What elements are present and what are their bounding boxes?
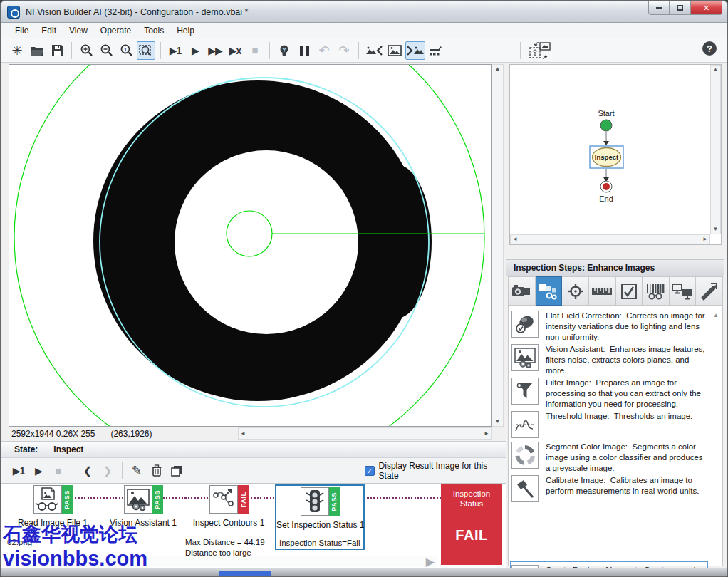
next-image-icon[interactable]	[405, 41, 425, 60]
run-once-icon[interactable]: ▶1	[166, 41, 184, 60]
list-item-calibrate-image[interactable]: Calibrate Image: Calibrates an image to …	[511, 475, 707, 502]
scroll-right-icon[interactable]: ►	[482, 430, 491, 438]
tab-acquire-images[interactable]	[508, 276, 536, 306]
delete-step-icon[interactable]	[147, 462, 166, 480]
previous-step-icon[interactable]: ❮	[78, 462, 97, 480]
item-title: Filter Image:	[546, 378, 591, 387]
image-info: 2592x1944 0.26X 255	[11, 429, 95, 439]
open-inspection-icon[interactable]	[28, 41, 46, 60]
tab-communicate[interactable]	[670, 276, 697, 306]
run-until-fail-icon[interactable]: ▶x	[226, 41, 244, 60]
tab-use-additional-tools[interactable]	[696, 276, 723, 306]
watermark-line2: visionbbs.com	[3, 547, 147, 571]
run-icon[interactable]: ▶	[186, 41, 204, 60]
tab-locate-features[interactable]	[562, 276, 589, 306]
title-bar: NI Vision Builder AI (32-bit) - Configur…	[1, 1, 727, 23]
start-node-label: Start	[598, 109, 614, 118]
image-horizontal-scrollbar[interactable]: ◄ ►	[238, 427, 492, 440]
scroll-right-icon[interactable]: ▶	[426, 555, 435, 568]
inspection-status-value: FAIL	[441, 527, 502, 544]
tab-check-presence[interactable]	[616, 276, 643, 306]
step-inspect-contours[interactable]: FAIL Inspect Contours 1 Max Distance = 4…	[185, 485, 272, 557]
list-item-segment-color-image[interactable]: Segment Color Image: Segments a color im…	[511, 442, 707, 474]
menu-edit[interactable]: Edit	[35, 24, 63, 38]
scroll-up-icon[interactable]: ▲	[712, 66, 720, 74]
display-result-checkbox[interactable]	[365, 466, 375, 476]
tab-measure-features[interactable]	[589, 276, 616, 306]
maximize-icon	[677, 5, 683, 11]
inspection-steps-header: Inspection Steps: Enhance Images	[506, 259, 724, 276]
close-button[interactable]: ✕	[690, 1, 722, 15]
image-display[interactable]	[9, 64, 492, 427]
menu-bar: File Edit View Operate Tools Help	[1, 23, 727, 38]
scroll-right-icon[interactable]: ►	[701, 235, 709, 244]
minimize-button[interactable]	[648, 1, 670, 15]
pause-icon[interactable]	[295, 41, 313, 60]
display-image-icon[interactable]	[385, 41, 404, 60]
menu-operate[interactable]: Operate	[94, 24, 137, 38]
menu-tools[interactable]: Tools	[137, 24, 170, 38]
menu-file[interactable]: File	[9, 24, 35, 38]
toolbar-separator	[160, 42, 161, 59]
save-inspection-icon[interactable]	[48, 41, 66, 60]
inspect-contours-icon	[209, 485, 238, 514]
menu-help[interactable]: Help	[170, 24, 201, 38]
simulate-acquisition-icon[interactable]	[427, 41, 445, 60]
window-title: NI Vision Builder AI (32-bit) - Configur…	[26, 7, 248, 17]
inspection-status-indicator: Inspection Status FAIL	[441, 484, 502, 565]
toolbar-separator	[122, 462, 123, 479]
state-run-icon[interactable]: ▶	[29, 462, 48, 480]
menu-view[interactable]: View	[63, 24, 94, 38]
pass-banner: PASS	[62, 485, 73, 514]
zoom-1to1-icon[interactable]: 1	[117, 41, 135, 60]
stop-icon[interactable]: ■	[246, 41, 264, 60]
maximize-button[interactable]	[670, 1, 690, 15]
item-title: Threshold Image:	[546, 412, 610, 420]
list-item-threshold-image[interactable]: Threshold Image: Thresholds an image.	[511, 411, 707, 438]
next-step-icon[interactable]: ❯	[98, 462, 117, 480]
edit-step-icon[interactable]: ✎	[128, 462, 146, 480]
diagram-vertical-scrollbar[interactable]: ▲ ▼	[710, 65, 721, 234]
step-detail: Max Distance = 44.19	[185, 538, 272, 546]
switch-to-inspection-interface-icon[interactable]	[526, 41, 556, 60]
scroll-left-icon[interactable]: ◄	[239, 430, 247, 438]
flat-field-correction-icon	[511, 311, 539, 338]
item-title: Vision Assistant:	[546, 345, 605, 353]
diagram-horizontal-scrollbar[interactable]: ◄ ►	[510, 234, 710, 244]
app-window: NI Vision Builder AI (32-bit) - Configur…	[0, 0, 728, 577]
part-hole	[175, 150, 358, 334]
scroll-down-icon[interactable]: ▼	[712, 225, 720, 234]
help-button[interactable]: ?	[702, 41, 717, 56]
scroll-down-icon[interactable]: ▼	[494, 417, 502, 426]
previous-image-icon[interactable]	[364, 41, 384, 60]
scroll-left-icon[interactable]: ◄	[511, 235, 519, 244]
display-result-checkbox-group: Display Result Image for this State	[365, 461, 506, 481]
zoom-to-fit-icon[interactable]	[137, 41, 155, 60]
taskbar-highlight	[219, 571, 271, 576]
list-item-vision-assistant[interactable]: Vision Assistant: Enhances image feature…	[511, 344, 707, 376]
cursor-position: (263,1926)	[110, 429, 152, 439]
close-icon: ✕	[703, 4, 709, 13]
tab-identify-parts[interactable]	[643, 276, 670, 306]
step-set-inspection-status[interactable]: PASS Set Inspection Status 1 Inspection …	[275, 484, 365, 550]
state-stop-icon[interactable]: ■	[49, 462, 68, 480]
run-continuous-icon[interactable]: ▶▶	[206, 41, 224, 60]
zoom-in-icon[interactable]	[77, 41, 95, 60]
redo-icon[interactable]: ↷	[335, 41, 353, 60]
scroll-up-icon[interactable]: ▲	[494, 65, 502, 73]
toolbar-separator	[71, 42, 72, 59]
step-name: Set Inspection Status 1	[276, 520, 363, 530]
image-vertical-scrollbar[interactable]: ▲ ▼	[492, 64, 504, 427]
list-item-filter-image[interactable]: Filter Image: Prepares an image for proc…	[511, 378, 707, 410]
list-scroll-up-icon[interactable]: ▲	[713, 312, 719, 318]
undo-icon[interactable]: ↶	[315, 41, 333, 60]
item-title: Segment Color Image:	[546, 442, 628, 451]
state-run-once-icon[interactable]: ▶1	[9, 462, 28, 480]
tab-enhance-images[interactable]	[536, 276, 563, 306]
new-inspection-icon[interactable]: ✳	[8, 41, 26, 60]
toolbar-separator	[520, 42, 521, 59]
diagnostics-bulb-icon[interactable]	[275, 41, 293, 60]
copy-step-icon[interactable]	[167, 462, 186, 480]
zoom-out-icon[interactable]	[97, 41, 115, 60]
list-item-flat-field-correction[interactable]: Flat Field Correction: Corrects an image…	[511, 311, 707, 343]
